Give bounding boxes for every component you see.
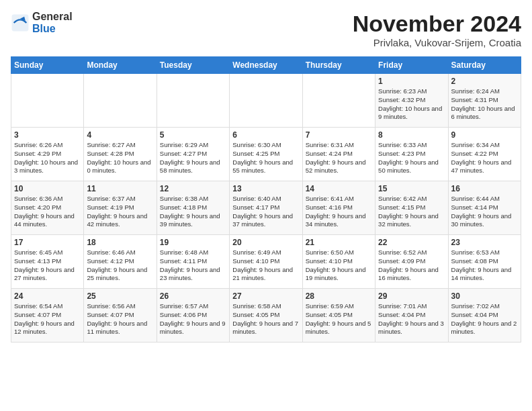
- day-number: 18: [87, 238, 153, 247]
- day-number: 23: [451, 238, 518, 247]
- day-info: Sunrise: 7:02 AM Sunset: 4:04 PM Dayligh…: [451, 302, 518, 336]
- calendar-cell: 30Sunrise: 7:02 AM Sunset: 4:04 PM Dayli…: [448, 289, 521, 342]
- calendar-cell: 19Sunrise: 6:48 AM Sunset: 4:11 PM Dayli…: [157, 235, 229, 289]
- calendar-cell: 25Sunrise: 6:56 AM Sunset: 4:07 PM Dayli…: [84, 289, 157, 342]
- calendar-cell: [157, 74, 229, 128]
- weekday-header: Sunday: [11, 57, 84, 74]
- day-info: Sunrise: 6:26 AM Sunset: 4:29 PM Dayligh…: [14, 141, 81, 175]
- calendar-cell: 21Sunrise: 6:50 AM Sunset: 4:10 PM Dayli…: [302, 235, 375, 289]
- day-number: 5: [160, 130, 226, 140]
- day-number: 13: [232, 184, 299, 193]
- weekday-header: Friday: [375, 57, 448, 74]
- day-number: 24: [14, 291, 81, 301]
- weekday-header-row: SundayMondayTuesdayWednesdayThursdayFrid…: [11, 57, 521, 74]
- calendar-cell: 1Sunrise: 6:23 AM Sunset: 4:32 PM Daylig…: [375, 74, 448, 128]
- day-info: Sunrise: 6:58 AM Sunset: 4:05 PM Dayligh…: [232, 302, 299, 336]
- day-info: Sunrise: 6:27 AM Sunset: 4:28 PM Dayligh…: [87, 141, 153, 175]
- day-info: Sunrise: 6:57 AM Sunset: 4:06 PM Dayligh…: [160, 302, 226, 336]
- calendar-cell: 26Sunrise: 6:57 AM Sunset: 4:06 PM Dayli…: [157, 289, 229, 342]
- calendar-cell: 6Sunrise: 6:30 AM Sunset: 4:25 PM Daylig…: [230, 128, 302, 181]
- title-block: November 2024 Privlaka, Vukovar-Srijem, …: [353, 11, 521, 48]
- page-header: General Blue November 2024 Privlaka, Vuk…: [11, 11, 521, 48]
- day-number: 30: [451, 291, 518, 301]
- day-number: 12: [160, 184, 226, 193]
- day-info: Sunrise: 6:46 AM Sunset: 4:12 PM Dayligh…: [87, 248, 153, 283]
- day-info: Sunrise: 6:54 AM Sunset: 4:07 PM Dayligh…: [14, 302, 81, 336]
- day-number: 11: [87, 184, 153, 193]
- day-info: Sunrise: 6:49 AM Sunset: 4:10 PM Dayligh…: [232, 248, 299, 283]
- calendar-cell: 28Sunrise: 6:59 AM Sunset: 4:05 PM Dayli…: [302, 289, 375, 342]
- day-number: 7: [306, 130, 372, 140]
- calendar-cell: 29Sunrise: 7:01 AM Sunset: 4:04 PM Dayli…: [375, 289, 448, 342]
- calendar-cell: 9Sunrise: 6:34 AM Sunset: 4:22 PM Daylig…: [448, 128, 521, 181]
- calendar-cell: 15Sunrise: 6:42 AM Sunset: 4:15 PM Dayli…: [375, 181, 448, 235]
- day-number: 16: [451, 184, 518, 193]
- weekday-header: Wednesday: [230, 57, 302, 74]
- calendar-week-row: 3Sunrise: 6:26 AM Sunset: 4:29 PM Daylig…: [11, 128, 521, 181]
- calendar-cell: 2Sunrise: 6:24 AM Sunset: 4:31 PM Daylig…: [448, 74, 521, 128]
- day-number: 2: [451, 77, 518, 86]
- calendar-cell: 10Sunrise: 6:36 AM Sunset: 4:20 PM Dayli…: [11, 181, 84, 235]
- calendar-cell: 5Sunrise: 6:29 AM Sunset: 4:27 PM Daylig…: [157, 128, 229, 181]
- calendar-cell: 8Sunrise: 6:33 AM Sunset: 4:23 PM Daylig…: [375, 128, 448, 181]
- day-number: 21: [306, 238, 372, 247]
- calendar-week-row: 10Sunrise: 6:36 AM Sunset: 4:20 PM Dayli…: [11, 181, 521, 235]
- day-number: 25: [87, 291, 153, 301]
- calendar-week-row: 24Sunrise: 6:54 AM Sunset: 4:07 PM Dayli…: [11, 289, 521, 342]
- calendar-cell: [11, 74, 84, 128]
- day-info: Sunrise: 6:23 AM Sunset: 4:32 PM Dayligh…: [378, 87, 445, 122]
- day-number: 26: [160, 291, 226, 301]
- day-number: 15: [378, 184, 445, 193]
- calendar-table: SundayMondayTuesdayWednesdayThursdayFrid…: [11, 56, 521, 342]
- calendar-week-row: 1Sunrise: 6:23 AM Sunset: 4:32 PM Daylig…: [11, 74, 521, 128]
- calendar-cell: 7Sunrise: 6:31 AM Sunset: 4:24 PM Daylig…: [302, 128, 375, 181]
- day-number: 28: [306, 291, 372, 301]
- day-info: Sunrise: 6:24 AM Sunset: 4:31 PM Dayligh…: [451, 87, 518, 122]
- day-info: Sunrise: 6:41 AM Sunset: 4:16 PM Dayligh…: [306, 195, 372, 229]
- location: Privlaka, Vukovar-Srijem, Croatia: [353, 37, 521, 48]
- day-info: Sunrise: 6:52 AM Sunset: 4:09 PM Dayligh…: [378, 248, 445, 283]
- day-number: 22: [378, 238, 445, 247]
- calendar-cell: 3Sunrise: 6:26 AM Sunset: 4:29 PM Daylig…: [11, 128, 84, 181]
- day-info: Sunrise: 6:56 AM Sunset: 4:07 PM Dayligh…: [87, 302, 153, 336]
- day-number: 19: [160, 238, 226, 247]
- weekday-header: Tuesday: [157, 57, 229, 74]
- weekday-header: Saturday: [448, 57, 521, 74]
- calendar-cell: 22Sunrise: 6:52 AM Sunset: 4:09 PM Dayli…: [375, 235, 448, 289]
- calendar-cell: 18Sunrise: 6:46 AM Sunset: 4:12 PM Dayli…: [84, 235, 157, 289]
- calendar-cell: 16Sunrise: 6:44 AM Sunset: 4:14 PM Dayli…: [448, 181, 521, 235]
- calendar-cell: [302, 74, 375, 128]
- day-info: Sunrise: 6:50 AM Sunset: 4:10 PM Dayligh…: [306, 248, 372, 283]
- day-number: 4: [87, 130, 153, 140]
- calendar-cell: 27Sunrise: 6:58 AM Sunset: 4:05 PM Dayli…: [230, 289, 302, 342]
- calendar-cell: [84, 74, 157, 128]
- day-number: 27: [232, 291, 299, 301]
- logo-blue: Blue: [32, 23, 73, 35]
- logo-general: General: [32, 11, 73, 23]
- logo-icon: [11, 13, 30, 32]
- calendar-cell: 11Sunrise: 6:37 AM Sunset: 4:19 PM Dayli…: [84, 181, 157, 235]
- day-info: Sunrise: 6:38 AM Sunset: 4:18 PM Dayligh…: [160, 195, 226, 229]
- day-info: Sunrise: 6:37 AM Sunset: 4:19 PM Dayligh…: [87, 195, 153, 229]
- day-number: 8: [378, 130, 445, 140]
- day-info: Sunrise: 6:40 AM Sunset: 4:17 PM Dayligh…: [232, 195, 299, 229]
- calendar-cell: 20Sunrise: 6:49 AM Sunset: 4:10 PM Dayli…: [230, 235, 302, 289]
- day-number: 29: [378, 291, 445, 301]
- calendar-week-row: 17Sunrise: 6:45 AM Sunset: 4:13 PM Dayli…: [11, 235, 521, 289]
- calendar-cell: 17Sunrise: 6:45 AM Sunset: 4:13 PM Dayli…: [11, 235, 84, 289]
- day-number: 10: [14, 184, 81, 193]
- day-number: 17: [14, 238, 81, 247]
- day-number: 20: [232, 238, 299, 247]
- day-info: Sunrise: 6:45 AM Sunset: 4:13 PM Dayligh…: [14, 248, 81, 283]
- weekday-header: Monday: [84, 57, 157, 74]
- calendar-cell: [230, 74, 302, 128]
- day-number: 9: [451, 130, 518, 140]
- day-info: Sunrise: 6:48 AM Sunset: 4:11 PM Dayligh…: [160, 248, 226, 283]
- day-number: 14: [306, 184, 372, 193]
- day-info: Sunrise: 6:33 AM Sunset: 4:23 PM Dayligh…: [378, 141, 445, 175]
- calendar-cell: 14Sunrise: 6:41 AM Sunset: 4:16 PM Dayli…: [302, 181, 375, 235]
- month-title: November 2024: [353, 11, 521, 37]
- day-info: Sunrise: 6:34 AM Sunset: 4:22 PM Dayligh…: [451, 141, 518, 175]
- calendar-cell: 12Sunrise: 6:38 AM Sunset: 4:18 PM Dayli…: [157, 181, 229, 235]
- day-number: 3: [14, 130, 81, 140]
